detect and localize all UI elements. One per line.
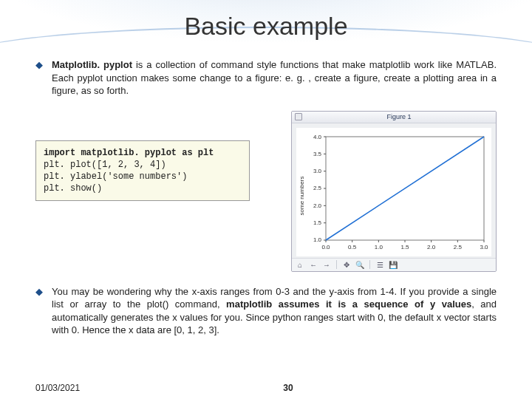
window-icon — [295, 113, 302, 120]
bullet-2: ◆ You may be wondering why the x-axis ra… — [35, 285, 497, 337]
bullet-icon: ◆ — [35, 285, 52, 337]
zoom-icon[interactable]: 🔍 — [355, 259, 365, 270]
bullet-2-text: You may be wondering why the x-axis rang… — [52, 285, 497, 337]
home-icon[interactable]: ⌂ — [295, 259, 305, 270]
svg-text:2.5: 2.5 — [454, 244, 463, 250]
footer-date: 01/03/2021 — [35, 383, 80, 393]
bullet-icon: ◆ — [35, 58, 52, 98]
figure-titlebar: Figure 1 — [292, 112, 496, 123]
back-icon[interactable]: ← — [308, 259, 318, 270]
svg-text:0.5: 0.5 — [348, 244, 357, 250]
footer-page-number: 30 — [80, 383, 497, 393]
x-ticks: 0.0 0.5 1.0 1.5 2.0 2.5 3.0 — [321, 240, 488, 250]
save-icon[interactable]: 💾 — [388, 259, 398, 270]
svg-text:2.0: 2.0 — [427, 244, 436, 250]
configure-icon[interactable]: ☰ — [375, 259, 385, 270]
bullet-1-text: Matplotlib. pyplot is a collection of co… — [52, 58, 497, 98]
code-line-1: import matplotlib. pyplot as plt — [44, 148, 214, 158]
matplotlib-figure-window: Figure 1 some numbers 1.0 1.5 2.0 2.5 3.… — [291, 111, 497, 272]
svg-text:0.0: 0.0 — [321, 244, 330, 250]
code-line-2: plt. plot([1, 2, 3, 4]) — [44, 160, 166, 170]
svg-text:1.5: 1.5 — [313, 219, 322, 226]
bullet-1-lead: Matplotlib. pyplot — [52, 59, 136, 70]
y-ticks: 1.0 1.5 2.0 2.5 3.0 3.5 4.0 — [313, 134, 326, 243]
toolbar-separator — [336, 260, 337, 269]
slide-title: Basic example — [0, 0, 532, 41]
mid-row: import matplotlib. pyplot as plt plt. pl… — [35, 111, 497, 272]
line-plot: some numbers 1.0 1.5 2.0 2.5 3.0 3.5 4.0 — [298, 131, 490, 255]
slide-footer: 01/03/2021 30 — [0, 383, 532, 393]
forward-icon[interactable]: → — [321, 259, 332, 270]
svg-text:1.5: 1.5 — [400, 244, 409, 250]
figure-window-title: Figure 1 — [305, 113, 493, 120]
code-line-3: plt. ylabel('some numbers') — [44, 171, 187, 182]
svg-text:1.0: 1.0 — [375, 244, 383, 250]
svg-text:1.0: 1.0 — [313, 236, 322, 243]
svg-text:4.0: 4.0 — [313, 134, 322, 140]
svg-text:2.0: 2.0 — [313, 202, 322, 209]
svg-text:3.0: 3.0 — [480, 244, 488, 250]
slide-content: ◆ Matplotlib. pyplot is a collection of … — [0, 41, 532, 337]
code-block: import matplotlib. pyplot as plt plt. pl… — [35, 140, 250, 202]
svg-text:3.0: 3.0 — [313, 168, 322, 174]
figure-plot-area: some numbers 1.0 1.5 2.0 2.5 3.0 3.5 4.0 — [296, 128, 491, 256]
toolbar-separator — [369, 260, 370, 269]
pan-icon[interactable]: ✥ — [341, 259, 352, 270]
bullet-2-part-b: matplotlib assumes it is a sequence of y… — [226, 299, 471, 310]
figure-toolbar: ⌂ ← → ✥ 🔍 ☰ 💾 — [292, 258, 496, 271]
bullet-1: ◆ Matplotlib. pyplot is a collection of … — [35, 58, 497, 98]
svg-text:3.5: 3.5 — [313, 151, 322, 157]
plot-ylabel: some numbers — [299, 176, 305, 215]
code-line-4: plt. show() — [44, 183, 102, 194]
svg-text:2.5: 2.5 — [313, 185, 322, 191]
